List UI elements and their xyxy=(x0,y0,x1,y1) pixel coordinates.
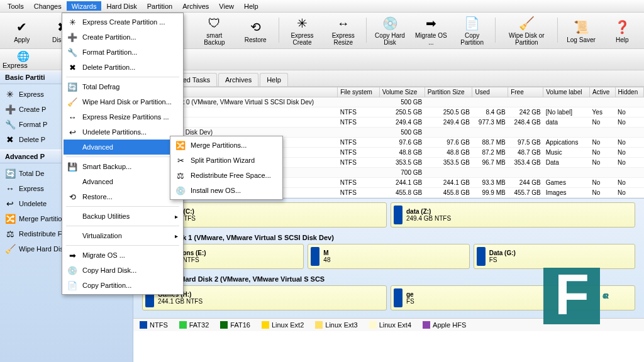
sidebar-item-label: Total De xyxy=(19,170,44,177)
menu-item-icon: ↔ xyxy=(67,112,77,122)
tab[interactable]: Archives xyxy=(218,73,258,86)
copy-hard-disk-button[interactable]: 💿Copy Hard Disk xyxy=(370,15,409,47)
menu-item-icon xyxy=(67,211,77,221)
column-header[interactable]: Free xyxy=(508,87,543,97)
sidebar-item-label: Format P xyxy=(19,121,47,128)
partition-block[interactable]: geFS xyxy=(391,285,635,310)
menu-item[interactable]: Virtualization xyxy=(64,228,182,243)
tab-bar: Scheduled TasksArchivesHelp xyxy=(133,70,644,87)
copy-partition-button[interactable]: 📄Copy Partition xyxy=(453,15,491,47)
restore-button[interactable]: ⟲Restore xyxy=(236,15,275,47)
express-create-button[interactable]: ✳Express Create xyxy=(283,15,321,47)
menu-item-label: Smart Backup... xyxy=(82,163,131,170)
menu-help[interactable]: Help xyxy=(239,1,264,11)
menu-item[interactable]: 📄Copy Partition... xyxy=(64,278,182,293)
menu-item-icon: 💾 xyxy=(67,162,77,172)
disk-row[interactable]: c MBR Hard Disk 0 (VMware, VMware Virtua… xyxy=(134,97,644,107)
legend-item: Apple HFS xyxy=(423,321,466,329)
menu-item-icon: 🔀 xyxy=(175,140,186,150)
tab[interactable]: Help xyxy=(260,73,288,86)
menu-item-label: Virtualization xyxy=(82,232,122,239)
sidebar-item-label: Express xyxy=(19,185,44,192)
menu-hard-disk[interactable]: Hard Disk xyxy=(101,1,142,11)
menu-archives[interactable]: Archives xyxy=(177,1,214,11)
menu-item[interactable]: 💾Smart Backup... xyxy=(64,159,182,174)
menu-item-icon: ⟲ xyxy=(67,192,77,202)
menu-item-label: Advanced xyxy=(82,143,113,151)
menu-wizards[interactable]: Wizards xyxy=(67,1,102,11)
menu-item[interactable]: ✖Delete Partition... xyxy=(64,60,182,75)
menu-separator xyxy=(66,226,179,226)
menu-item[interactable]: Backup Utilities xyxy=(64,209,182,224)
disk-map-title: Basic MBR Hard Disk 2 (VMware, VMware Vi… xyxy=(137,273,640,285)
advanced-submenu: 🔀Merge Partitions...✂Split Partition Wiz… xyxy=(170,136,283,200)
menu-item[interactable]: ➕Create Partition... xyxy=(64,30,182,45)
legend-swatch xyxy=(423,321,430,329)
legend-item: Linux Ext3 xyxy=(315,321,357,329)
item-icon: ↩ xyxy=(5,199,15,209)
menu-item-label: Express Resize Partitions ... xyxy=(82,113,169,121)
item-icon: ⚖ xyxy=(5,229,15,239)
column-header[interactable]: File system xyxy=(338,87,379,97)
menu-tools[interactable]: Tools xyxy=(3,1,29,11)
item-icon: ✳ xyxy=(5,89,15,99)
column-header[interactable]: Hidden xyxy=(615,87,643,97)
partition-row[interactable]: data (Z:)NTFS249.4 GB249.4 GB977.3 MB248… xyxy=(134,118,644,128)
menu-changes[interactable]: Changes xyxy=(29,1,67,11)
menu-item-icon: ➕ xyxy=(67,32,77,42)
log-saver-button[interactable]: 📜Log Saver xyxy=(562,15,600,47)
item-icon: ➕ xyxy=(5,104,15,114)
wipe-button[interactable]: 🧹Wipe Disk or Partition xyxy=(499,15,553,47)
menu-item[interactable]: 🔄Total Defrag xyxy=(64,79,182,94)
partition-block[interactable]: Data (G:)FS xyxy=(474,244,635,269)
menu-item[interactable]: ⟲Restore... xyxy=(64,189,182,204)
menu-item[interactable]: ⚖Redistribute Free Space... xyxy=(172,168,281,183)
smart-backup-button[interactable]: 🛡smart Backup xyxy=(195,15,233,47)
express-resize-button[interactable]: ↔Express Resize xyxy=(324,15,362,47)
menu-item-label: Wipe Hard Disk or Partition... xyxy=(82,98,172,106)
log-icon: 📜 xyxy=(573,19,589,35)
fs-swatch xyxy=(394,206,402,224)
column-header[interactable]: Volume Size xyxy=(379,87,425,97)
menu-item[interactable]: ↔Express Resize Partitions ... xyxy=(64,109,182,124)
disk-map-bar: Appications (E:)97.6 GB NTFSM48Data (G:)… xyxy=(137,244,640,273)
partition-block[interactable]: M48 xyxy=(308,244,469,269)
menu-item[interactable]: Advanced xyxy=(64,140,182,155)
filesystem-legend: NTFSFAT32FAT16Linux Ext2Linux Ext3Linux … xyxy=(133,318,644,331)
partition-row[interactable]: Local Disk (C:)NTFS250.5 GB250.5 GB8.4 G… xyxy=(134,107,644,118)
menu-item[interactable]: 🧹Wipe Hard Disk or Partition... xyxy=(64,94,182,109)
legend-item: FAT16 xyxy=(220,321,250,329)
menu-partition[interactable]: Partition xyxy=(142,1,177,11)
menu-item[interactable]: 💿Copy Hard Disk... xyxy=(64,263,182,278)
legend-item: Linux Ext4 xyxy=(369,321,411,329)
menu-item-icon: ➡ xyxy=(67,250,77,260)
menu-item-icon: 🧹 xyxy=(67,97,77,107)
fs-swatch xyxy=(311,247,319,266)
menu-item[interactable]: ↩Undelete Partitions... xyxy=(64,124,182,140)
restore-icon: ⟲ xyxy=(247,19,264,35)
menu-item-icon xyxy=(67,142,77,152)
menu-item-label: Undelete Partitions... xyxy=(82,128,147,136)
menu-item[interactable]: Advanced xyxy=(64,174,182,189)
column-header[interactable]: Used xyxy=(472,87,508,97)
menu-item-icon: ↩ xyxy=(67,127,77,137)
column-header[interactable]: Active xyxy=(590,87,615,97)
resize-icon: ↔ xyxy=(335,16,352,31)
menu-item[interactable]: 🔧Format Partition... xyxy=(64,45,182,60)
menu-item[interactable]: 🔀Merge Partitions... xyxy=(172,138,281,153)
help-button[interactable]: ❓Help xyxy=(603,15,641,47)
migrate-os-button[interactable]: ➡Migrate OS ... xyxy=(412,15,450,47)
column-header[interactable]: Partition Size xyxy=(425,87,472,97)
menu-item[interactable]: 💿Install new OS... xyxy=(172,183,281,198)
legend-swatch xyxy=(369,321,377,329)
column-header[interactable]: Volume label xyxy=(543,87,590,97)
menu-item[interactable]: ✳Express Create Partition ... xyxy=(64,14,182,30)
separator xyxy=(557,18,558,43)
apply-button[interactable]: ✔Apply xyxy=(3,15,41,47)
partition-block[interactable]: data (Z:)249.4 GB NTFS xyxy=(391,202,635,228)
menu-item[interactable]: ➡Migrate OS ... xyxy=(64,248,182,263)
menu-item[interactable]: ✂Split Partition Wizard xyxy=(172,153,281,168)
express-mode-button[interactable]: 🌐Express Mode xyxy=(3,50,43,69)
menu-view[interactable]: View xyxy=(214,1,239,11)
legend-swatch xyxy=(179,321,187,329)
